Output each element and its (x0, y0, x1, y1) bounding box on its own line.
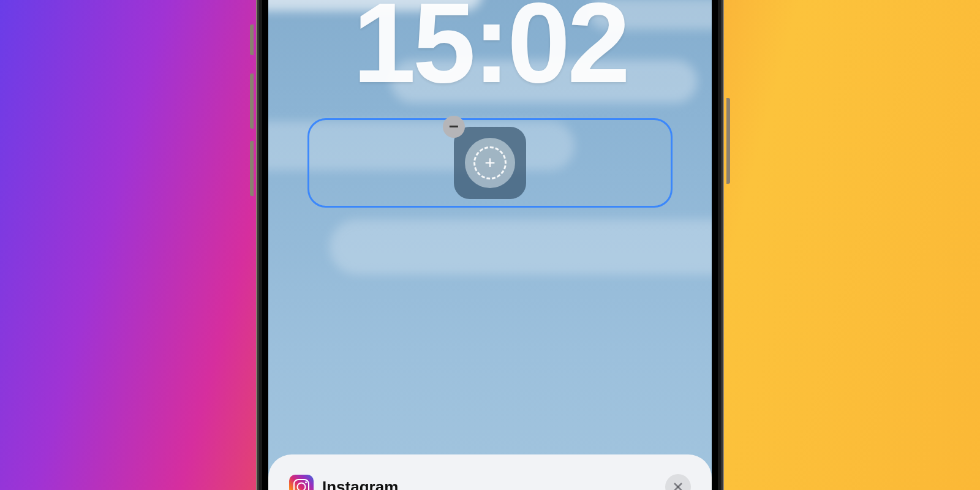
phone-silence-switch (250, 24, 254, 55)
phone-bezel: 15:02 − + In (262, 0, 718, 490)
close-icon (673, 481, 684, 490)
phone-volume-up (250, 74, 254, 129)
minus-icon: − (449, 118, 459, 135)
close-button[interactable] (665, 474, 691, 490)
phone-volume-down (250, 141, 254, 196)
dashed-ring-icon (473, 146, 507, 179)
lock-screen: 15:02 − + In (268, 0, 712, 490)
story-camera-widget[interactable]: − + (454, 127, 526, 199)
phone-power-button (726, 98, 730, 184)
widget-slot-container[interactable]: − + (307, 118, 673, 208)
remove-widget-button[interactable]: − (443, 116, 465, 138)
instagram-app-icon (289, 475, 314, 490)
phone-frame: 15:02 − + In (257, 0, 723, 490)
wallpaper-cloud (330, 219, 712, 274)
widget-picker-sheet: Instagram Story Camera Open the Instagra… (268, 454, 712, 490)
story-camera-icon: + (465, 138, 515, 188)
app-name-label: Instagram (322, 478, 657, 491)
lock-screen-clock: 15:02 (268, 0, 712, 100)
sheet-header: Instagram (289, 474, 691, 490)
